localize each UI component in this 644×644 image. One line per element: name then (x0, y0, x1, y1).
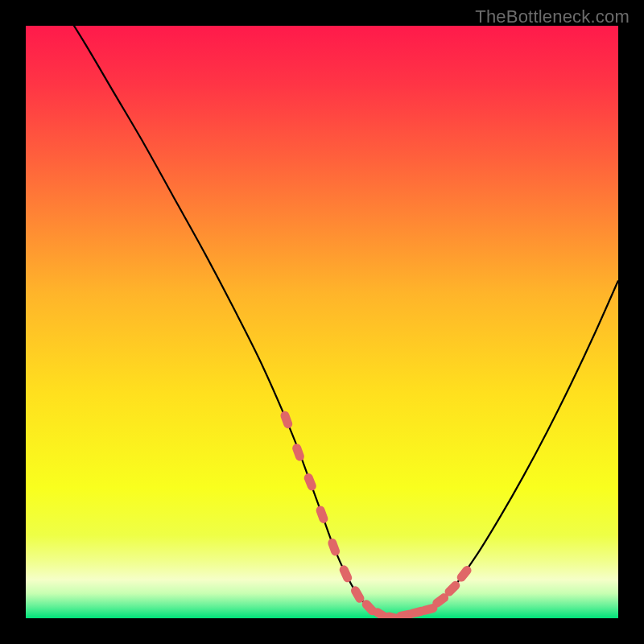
highlight-dots (279, 410, 473, 618)
highlight-dot (291, 443, 306, 462)
curve-layer (26, 26, 618, 618)
highlight-dot (303, 472, 317, 492)
highlight-dot (279, 410, 294, 429)
watermark-text: TheBottleneck.com (475, 6, 630, 27)
plot-area (26, 26, 618, 618)
highlight-dot (327, 537, 341, 556)
highlight-dot (315, 505, 329, 524)
chart-stage: TheBottleneck.com (0, 0, 644, 644)
highlight-dot (338, 564, 353, 584)
bottleneck-curve (56, 26, 618, 618)
